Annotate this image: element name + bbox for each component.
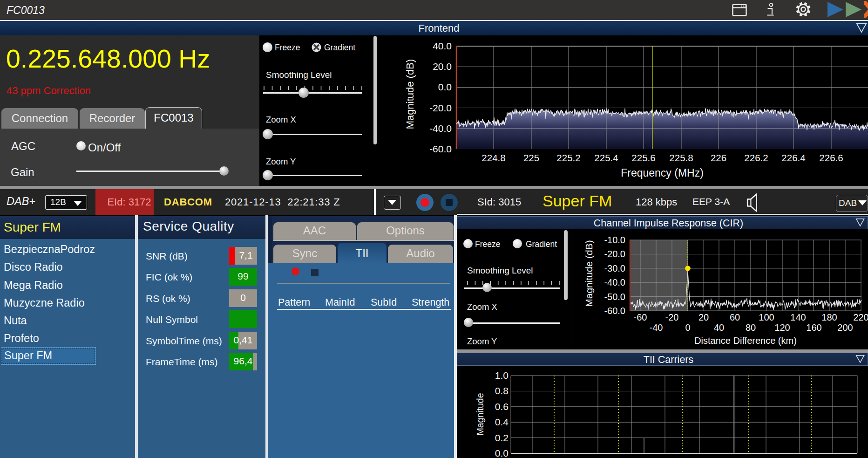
svg-text:60: 60 xyxy=(730,312,740,322)
svg-text:-40: -40 xyxy=(650,322,663,333)
svg-text:0.0: 0.0 xyxy=(438,82,452,92)
svg-text:-30.0: -30.0 xyxy=(604,263,625,273)
svg-text:225.4: 225.4 xyxy=(594,152,618,163)
svg-text:-60.0: -60.0 xyxy=(604,306,625,316)
svg-text:226.4: 226.4 xyxy=(781,152,805,163)
svg-text:0.8: 0.8 xyxy=(495,385,509,396)
svg-text:226: 226 xyxy=(711,152,726,163)
svg-text:180: 180 xyxy=(821,312,837,322)
svg-text:-10.0: -10.0 xyxy=(604,235,625,245)
svg-text:-20: -20 xyxy=(665,312,679,322)
svg-text:Distance Difference (km): Distance Difference (km) xyxy=(694,335,797,346)
svg-text:-20.0: -20.0 xyxy=(604,249,625,259)
svg-text:0.0: 0.0 xyxy=(495,448,509,458)
svg-text:Magnitude (dB): Magnitude (dB) xyxy=(404,59,416,129)
svg-text:140: 140 xyxy=(790,312,806,322)
svg-text:160: 160 xyxy=(806,322,821,333)
svg-text:-40.0: -40.0 xyxy=(604,277,625,287)
svg-text:-20.0: -20.0 xyxy=(429,103,452,113)
svg-text:0.6: 0.6 xyxy=(495,401,509,412)
svg-text:0.2: 0.2 xyxy=(495,432,509,443)
svg-text:Magnitude: Magnitude xyxy=(475,393,485,435)
svg-text:0: 0 xyxy=(685,322,690,333)
svg-text:120: 120 xyxy=(774,322,790,333)
svg-text:-60.0: -60.0 xyxy=(429,144,452,154)
svg-text:-60: -60 xyxy=(634,312,647,322)
svg-text:224.8: 224.8 xyxy=(481,152,505,163)
svg-text:40.0: 40.0 xyxy=(433,41,452,51)
svg-text:226.6: 226.6 xyxy=(819,152,843,163)
svg-text:80: 80 xyxy=(746,322,756,333)
svg-text:20: 20 xyxy=(698,312,709,322)
svg-text:20.0: 20.0 xyxy=(433,61,452,72)
svg-text:225.2: 225.2 xyxy=(556,152,580,163)
svg-text:-40.0: -40.0 xyxy=(429,123,452,134)
svg-text:0.4: 0.4 xyxy=(495,417,509,427)
svg-text:225.8: 225.8 xyxy=(669,152,693,163)
svg-text:100: 100 xyxy=(759,312,774,322)
svg-text:225: 225 xyxy=(523,152,539,163)
svg-text:225.6: 225.6 xyxy=(631,152,655,163)
svg-text:200: 200 xyxy=(837,322,853,333)
svg-text:40: 40 xyxy=(714,322,724,333)
svg-text:Magnitude (dB): Magnitude (dB) xyxy=(583,240,594,307)
svg-text:1.0: 1.0 xyxy=(495,370,509,381)
svg-text:-50.0: -50.0 xyxy=(604,292,625,302)
svg-text:226.2: 226.2 xyxy=(744,152,768,163)
svg-text:220: 220 xyxy=(853,312,868,322)
svg-text:Frequency (MHz): Frequency (MHz) xyxy=(621,167,704,179)
